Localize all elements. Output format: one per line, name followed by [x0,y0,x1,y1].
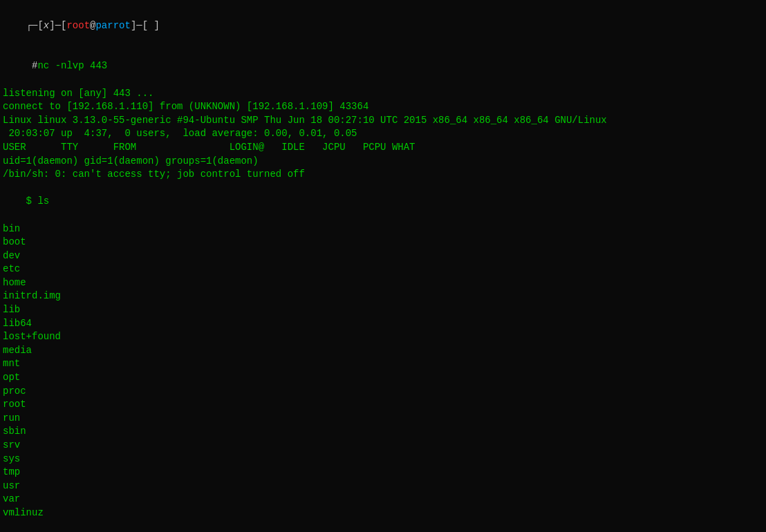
prompt-hash: # [26,60,38,71]
ls-bin: bin [3,222,763,236]
uid-line: uid=1(daemon) gid=1(daemon) groups=1(dae… [3,155,763,169]
ls-sys: sys [3,453,763,466]
ls-run: run [3,412,763,426]
ls-prompt-line: $ ls [3,182,763,222]
ls-srv: srv [3,439,763,453]
prompt-dir [148,20,153,31]
binsh-line: /bin/sh: 0: can't access tty; job contro… [3,168,763,182]
ls-lib: lib [3,303,763,317]
ls-boot: boot [3,236,763,249]
ls-initrd: initrd.img [3,289,763,303]
listening-line: listening on [any] 443 ... [3,87,763,101]
prompt-root: root [66,20,90,31]
terminal-window[interactable]: ┌─[x]─[root@parrot]─[ ] #nc -nlvp 443 li… [0,0,766,532]
nc-command-line: #nc -nlvp 443 [3,46,763,87]
linux-info-line: Linux linux 3.13.0-55-generic #94-Ubuntu… [3,114,763,128]
ls-tmp: tmp [3,466,763,479]
ls-etc: etc [3,263,763,276]
ls-proc: proc [3,385,763,399]
prompt-line: ┌─[x]─[root@parrot]─[ ] [3,6,763,46]
prompt-bracket-close: ]─[ [49,20,66,31]
ls-lost: lost+found [3,330,763,344]
ls-lib64: lib64 [3,317,763,331]
ls-home: home [3,276,763,290]
prompt-bracket-open: ┌─[ [26,20,44,31]
ls-media: media [3,344,763,358]
ls-command: ls [37,196,49,207]
prompt-parrot: parrot [95,20,130,31]
prompt-x: x [44,20,49,31]
ls-mnt: mnt [3,357,763,371]
ls-var: var [3,493,763,506]
ls-opt: opt [3,371,763,385]
whoami-prompt-line: $ whoami [3,520,763,532]
dollar-ls: $ [26,196,38,207]
ls-usr: usr [3,479,763,493]
prompt-bracket-close3: ] [154,20,160,31]
ls-dev: dev [3,249,763,263]
who-header-line: USER TTY FROM LOGIN@ IDLE JCPU PCPU WHAT [3,141,763,155]
prompt-bracket-close2: ]─[ [131,20,148,31]
nc-command: nc -nlvp 443 [37,60,107,71]
connect-line: connect to [192.168.1.110] from (UNKNOWN… [3,100,763,114]
uptime-line: 20:03:07 up 4:37, 0 users, load average:… [3,127,763,141]
ls-vmlinuz: vmlinuz [3,506,763,520]
ls-sbin: sbin [3,425,763,439]
ls-root: root [3,398,763,412]
